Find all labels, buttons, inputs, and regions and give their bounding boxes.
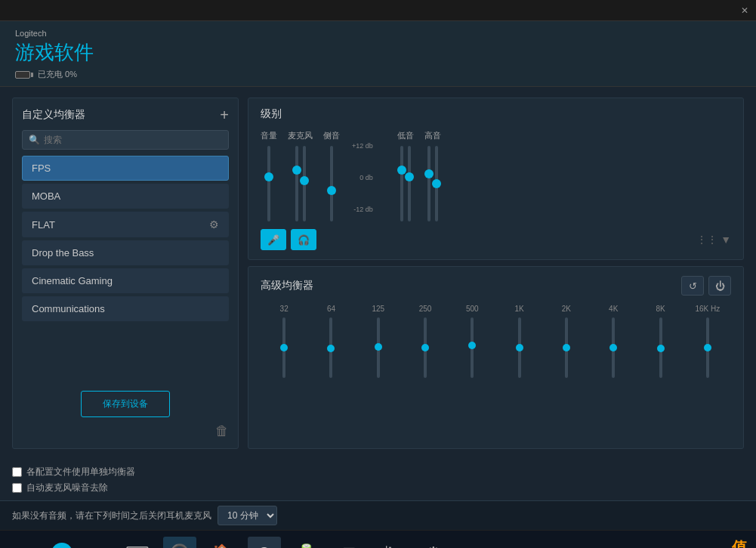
mute-icon: 🎤 bbox=[267, 234, 279, 246]
expand-icon: ▼ bbox=[721, 234, 731, 246]
battery-icon bbox=[15, 71, 33, 79]
home-icon-btn[interactable]: 🏠 bbox=[205, 537, 239, 549]
app-title: 游戏软件 bbox=[15, 39, 741, 66]
battery-label: 已充电 0% bbox=[38, 69, 77, 80]
app-header: Logitech 游戏软件 已充电 0% bbox=[0, 21, 756, 87]
band-slider-wrap bbox=[518, 317, 521, 385]
battery-icon-btn[interactable]: 🔋 bbox=[290, 537, 323, 549]
treble-channel: 高音 bbox=[424, 130, 441, 221]
noise-cancel-label: 自动麦克风噪音去除 bbox=[26, 481, 108, 494]
ghub-icon-btn[interactable]: G bbox=[248, 537, 281, 549]
eq-bands: 32 64 125 2 bbox=[261, 305, 731, 385]
eq-title: 高级均衡器 bbox=[261, 279, 313, 293]
eq-label: Cinematic Gaming bbox=[32, 275, 113, 286]
db-mid: 0 db bbox=[359, 174, 373, 181]
band-label: 250 bbox=[419, 305, 432, 313]
eq-label: MOBA bbox=[32, 190, 60, 202]
band-col-64: 64 bbox=[307, 305, 354, 385]
chip-icon: ⚙ bbox=[209, 218, 219, 231]
bass-slider-2[interactable] bbox=[408, 146, 411, 221]
band-col-8k: 8K bbox=[637, 305, 683, 385]
band-slider-1k[interactable] bbox=[518, 317, 521, 378]
list-item[interactable]: FPS bbox=[22, 156, 229, 181]
band-slider-2k[interactable] bbox=[565, 317, 568, 378]
list-item[interactable]: Communications bbox=[22, 296, 229, 321]
eq-section-header: 高级均衡器 ↺ ⏻ bbox=[261, 276, 731, 296]
band-slider-125[interactable] bbox=[377, 317, 380, 378]
main-content: 自定义均衡器 + 🔍 FPS MOBA FLAT ⚙ Drop the Bass… bbox=[0, 87, 756, 460]
band-slider-wrap bbox=[706, 317, 709, 385]
save-to-device-button[interactable]: 保存到设备 bbox=[81, 391, 170, 417]
keyboard-icon-btn[interactable]: ⌨ bbox=[121, 537, 154, 549]
volume-slider[interactable] bbox=[267, 146, 270, 221]
battery-body bbox=[15, 71, 30, 79]
mouse-icon-btn[interactable]: 🖱 bbox=[375, 537, 408, 549]
band-slider-32[interactable] bbox=[282, 317, 285, 378]
status-bar: 如果没有音频，请在下列时间之后关闭耳机麦克风 10 分钟 5 分钟 15 分钟 … bbox=[0, 500, 756, 530]
close-button[interactable]: ✕ bbox=[739, 5, 750, 16]
status-message: 如果没有音频，请在下列时间之后关闭耳机麦克风 bbox=[12, 509, 211, 522]
battery-cap bbox=[31, 73, 33, 77]
option-row: 各配置文件使用单独均衡器 bbox=[12, 466, 744, 478]
band-slider-500[interactable] bbox=[471, 317, 474, 378]
mic-slider-1[interactable] bbox=[295, 146, 298, 221]
list-item[interactable]: MOBA bbox=[22, 184, 229, 209]
eq-label: Drop the Bass bbox=[32, 247, 94, 259]
bass-sliders bbox=[400, 146, 411, 221]
mic-slider-2[interactable] bbox=[303, 146, 306, 221]
mic-sliders bbox=[295, 146, 306, 221]
band-label: 8K bbox=[656, 305, 665, 313]
volume-label: 音量 bbox=[261, 130, 277, 141]
eq-toggle-button[interactable]: 🎧 bbox=[291, 229, 316, 250]
nav-back-button[interactable]: ‹ bbox=[88, 541, 112, 549]
add-eq-button[interactable]: + bbox=[220, 107, 229, 122]
db-max: +12 db bbox=[352, 142, 373, 150]
band-slider-16k[interactable] bbox=[706, 317, 709, 378]
side-slider[interactable] bbox=[330, 146, 333, 221]
mute-button[interactable]: 🎤 bbox=[261, 229, 286, 250]
mic-channel: 麦克风 bbox=[288, 130, 313, 221]
side-channel: 侧音 bbox=[323, 130, 340, 221]
treble-slider-1[interactable] bbox=[427, 146, 430, 221]
headset-icon-btn[interactable]: 🎧 bbox=[163, 537, 196, 549]
list-item[interactable]: Drop the Bass bbox=[22, 240, 229, 265]
search-input[interactable] bbox=[44, 135, 222, 145]
list-item[interactable]: Cinematic Gaming bbox=[22, 268, 229, 293]
list-item[interactable]: FLAT ⚙ bbox=[22, 212, 229, 237]
band-slider-8k[interactable] bbox=[659, 317, 662, 378]
mixer-btn-row: 🎤 🎧 ⋮⋮ ▼ bbox=[261, 229, 731, 250]
treble-sliders bbox=[427, 146, 438, 221]
eq-reset-button[interactable]: ↺ bbox=[681, 276, 704, 296]
grid-menu-button[interactable]: ⋮⋮ ▼ bbox=[696, 234, 731, 246]
timeout-select[interactable]: 10 分钟 5 分钟 15 分钟 30 分钟 从不 bbox=[218, 506, 277, 525]
side-label: 侧音 bbox=[323, 130, 340, 141]
per-profile-label: 各配置文件使用单独均衡器 bbox=[26, 466, 135, 478]
taskbar: logitech G ‹ ⌨ 🎧 🏠 G 🔋 ⊞ 🖱 ⚙ 值 什么值得买 bbox=[0, 530, 756, 548]
band-slider-wrap bbox=[565, 317, 568, 385]
g-logo: G bbox=[51, 543, 73, 549]
grid-icon: ⋮⋮ bbox=[696, 234, 717, 246]
per-profile-checkbox[interactable] bbox=[12, 467, 22, 477]
title-bar: ✕ bbox=[0, 0, 756, 21]
band-slider-250[interactable] bbox=[424, 317, 427, 378]
band-slider-64[interactable] bbox=[329, 317, 332, 378]
band-slider-wrap bbox=[377, 317, 380, 385]
panel-title-row: 自定义均衡器 + bbox=[22, 107, 229, 122]
right-panel: 级别 音量 麦克风 bbox=[248, 98, 744, 449]
band-slider-4k[interactable] bbox=[612, 317, 615, 378]
eq-label: FPS bbox=[32, 163, 51, 174]
band-label: 125 bbox=[372, 305, 384, 313]
search-box[interactable]: 🔍 bbox=[22, 130, 229, 150]
eq-header-btns: ↺ ⏻ bbox=[681, 276, 731, 296]
delete-preset-button[interactable]: 🗑 bbox=[215, 423, 229, 439]
eq-label: Communications bbox=[32, 303, 105, 314]
eq-label: FLAT bbox=[32, 219, 55, 231]
band-label: 1K bbox=[515, 305, 524, 313]
eq-power-button[interactable]: ⏻ bbox=[708, 276, 731, 296]
treble-slider-2[interactable] bbox=[435, 146, 438, 221]
settings-icon-btn[interactable]: ⚙ bbox=[417, 537, 450, 549]
db-scale: +12 db 0 db -12 db bbox=[352, 130, 373, 213]
noise-cancel-checkbox[interactable] bbox=[12, 483, 22, 493]
bass-slider-1[interactable] bbox=[400, 146, 403, 221]
grid-icon-btn[interactable]: ⊞ bbox=[332, 537, 366, 549]
